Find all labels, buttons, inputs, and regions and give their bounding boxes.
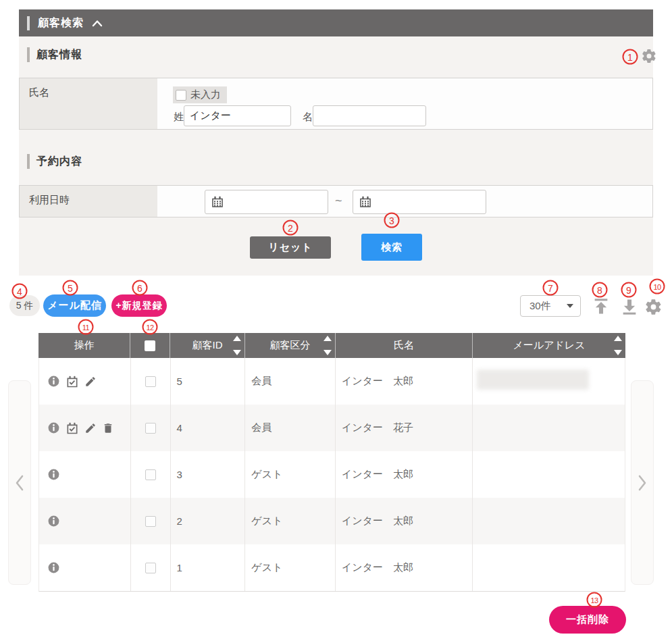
mail-broadcast-button[interactable]: メール配信: [43, 294, 106, 317]
customer-type-cell: ゲスト: [245, 544, 336, 591]
row-checkbox[interactable]: [145, 376, 156, 387]
row-operations-cell: [39, 358, 131, 405]
customer-name-cell: インター 花子: [336, 405, 473, 451]
sort-desc-icon[interactable]: [614, 350, 622, 355]
bulk-delete-button[interactable]: 一括削除: [549, 606, 626, 634]
header-label: 顧客区分: [270, 339, 311, 352]
customer-id-cell: 4: [171, 405, 246, 451]
customer-id-cell: 1: [171, 544, 246, 591]
info-icon[interactable]: [47, 468, 60, 481]
collapse-chevron-up-icon[interactable]: [92, 20, 103, 27]
select-all-checkbox[interactable]: [145, 340, 155, 351]
row-checkbox-cell: [131, 498, 171, 544]
last-name-label: 姓: [174, 111, 184, 124]
upload-icon[interactable]: [592, 297, 611, 316]
table-row: 5会員インター 太郎: [39, 358, 625, 405]
caret-down-icon: [567, 304, 573, 308]
annotation-marker-7: 7: [543, 280, 559, 296]
annotation-marker-6: 6: [132, 280, 148, 296]
header-cell-5: メールアドレス: [473, 333, 625, 358]
email-cell: [473, 498, 625, 544]
reset-button[interactable]: リセット: [250, 236, 331, 259]
row-checkbox[interactable]: [145, 563, 156, 573]
row-checkbox[interactable]: [145, 469, 156, 480]
row-checkbox-cell: [131, 405, 171, 451]
datetime-label: 利用日時: [20, 186, 157, 217]
row-checkbox-cell: [131, 451, 171, 498]
not-entered-checkbox[interactable]: [176, 90, 186, 101]
first-name-input[interactable]: [313, 105, 426, 126]
customer-name-cell: インター 太郎: [336, 451, 473, 498]
prev-page-button[interactable]: [8, 380, 31, 585]
new-register-button[interactable]: +新規登録: [111, 294, 167, 317]
calendar-check-icon[interactable]: [66, 375, 79, 388]
search-button[interactable]: 検索: [361, 234, 422, 261]
sort-asc-icon[interactable]: [324, 336, 332, 341]
download-icon[interactable]: [620, 297, 639, 316]
not-entered-label: 未入力: [190, 88, 221, 101]
customer-type-cell: 会員: [245, 405, 336, 451]
row-operations-cell: [39, 498, 131, 544]
header-cell-3: 顧客区分: [245, 333, 336, 358]
sort-asc-icon[interactable]: [614, 336, 622, 341]
calendar-check-icon[interactable]: [66, 421, 79, 435]
section-title-text: 予約内容: [36, 155, 82, 169]
table-header: 操作顧客ID顧客区分氏名メールアドレス: [38, 333, 625, 358]
row-checkbox[interactable]: [145, 516, 156, 527]
section-reservation-title: 予約内容: [27, 154, 82, 169]
info-icon[interactable]: [47, 515, 60, 528]
next-page-button[interactable]: [631, 380, 654, 585]
page-size-select[interactable]: 30件: [520, 295, 581, 317]
sort-desc-icon[interactable]: [324, 350, 332, 355]
name-label: 氏名: [20, 78, 157, 129]
customer-type-cell: 会員: [245, 358, 336, 405]
date-from-input[interactable]: [205, 190, 328, 214]
chevron-left-icon: [14, 474, 26, 492]
range-separator: ~: [335, 194, 342, 208]
table-body: 5会員インター 太郎4会員インター 花子3ゲストインター 太郎2ゲストインター …: [38, 358, 625, 592]
name-content: 未入力 姓 名: [157, 78, 652, 129]
table-row: 2ゲストインター 太郎: [39, 498, 625, 544]
info-icon[interactable]: [47, 375, 60, 388]
customer-id-cell: 3: [171, 451, 246, 498]
row-checkbox-cell: [131, 544, 171, 591]
result-count-badge: 5 件: [9, 295, 40, 316]
page: 顧客検索 顧客情報 氏名 未入力 姓 名 予約内容: [0, 0, 672, 643]
table-row: 4会員インター 花子: [39, 405, 625, 451]
section-customer-info-title: 顧客情報: [27, 47, 82, 62]
titlebar: 顧客検索: [19, 9, 653, 36]
titlebar-accent: [27, 16, 30, 30]
date-to-input[interactable]: [353, 190, 486, 214]
info-icon[interactable]: [47, 421, 60, 434]
redacted-email: [477, 369, 589, 390]
table-row: 1ゲストインター 太郎: [39, 544, 625, 591]
email-cell: [473, 405, 625, 451]
trash-icon[interactable]: [102, 422, 114, 434]
last-name-input[interactable]: [184, 105, 291, 126]
sort-asc-icon[interactable]: [233, 336, 241, 341]
section-title-text: 顧客情報: [36, 48, 82, 62]
header-label: メールアドレス: [513, 339, 585, 352]
sort-desc-icon[interactable]: [233, 350, 241, 355]
datetime-row: 利用日時 ~: [19, 185, 653, 217]
header-cell-0: 操作: [38, 333, 130, 358]
row-checkbox-cell: [131, 358, 171, 405]
customer-id-cell: 5: [171, 358, 246, 405]
header-cell-4: 氏名: [336, 333, 473, 358]
search-panel: 顧客情報 氏名 未入力 姓 名 予約内容 利用日時: [19, 36, 653, 276]
customer-table: 操作顧客ID顧客区分氏名メールアドレス 5会員インター 太郎4会員インター 花子…: [38, 333, 625, 592]
calendar-icon: [359, 195, 372, 209]
annotation-marker-8: 8: [592, 282, 608, 298]
row-checkbox[interactable]: [145, 423, 156, 434]
info-icon[interactable]: [47, 561, 60, 574]
row-operations-cell: [39, 405, 131, 451]
pencil-icon[interactable]: [84, 376, 97, 388]
pencil-icon[interactable]: [84, 422, 97, 434]
customer-type-cell: ゲスト: [245, 451, 336, 498]
header-label: 顧客ID: [192, 339, 223, 352]
table-settings-gear-icon[interactable]: [644, 298, 663, 316]
search-settings-gear-icon[interactable]: [641, 48, 657, 64]
customer-name-cell: インター 太郎: [336, 544, 473, 591]
email-cell: [473, 451, 625, 498]
row-operations-cell: [39, 544, 131, 591]
